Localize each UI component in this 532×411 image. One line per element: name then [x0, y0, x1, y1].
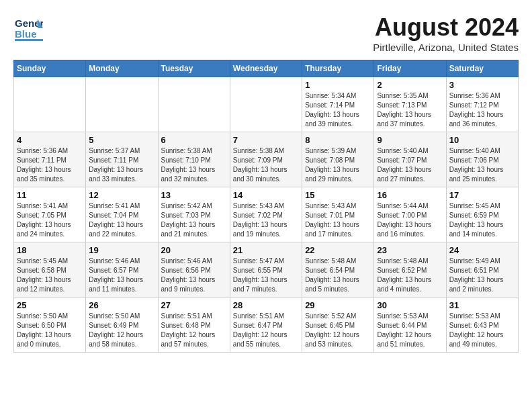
day-info: Sunrise: 5:49 AM Sunset: 6:51 PM Dayligh…	[449, 257, 515, 294]
day-info: Sunrise: 5:46 AM Sunset: 6:56 PM Dayligh…	[161, 257, 227, 294]
day-info: Sunrise: 5:36 AM Sunset: 7:11 PM Dayligh…	[17, 146, 83, 184]
calendar-day-cell	[86, 77, 158, 132]
weekday-header-thursday: Thursday	[302, 60, 374, 77]
day-number: 20	[161, 245, 227, 255]
day-number: 8	[305, 135, 371, 145]
calendar-day-cell: 22Sunrise: 5:48 AM Sunset: 6:54 PM Dayli…	[302, 242, 374, 298]
day-number: 2	[377, 80, 443, 90]
calendar-day-cell: 18Sunrise: 5:45 AM Sunset: 6:58 PM Dayli…	[14, 242, 86, 298]
calendar-day-cell: 7Sunrise: 5:38 AM Sunset: 7:09 PM Daylig…	[230, 132, 302, 187]
calendar-day-cell: 3Sunrise: 5:36 AM Sunset: 7:12 PM Daylig…	[446, 77, 518, 132]
calendar-day-cell	[14, 77, 86, 132]
calendar-day-cell: 27Sunrise: 5:51 AM Sunset: 6:48 PM Dayli…	[158, 298, 230, 353]
day-number: 27	[161, 300, 227, 310]
calendar-week-row: 18Sunrise: 5:45 AM Sunset: 6:58 PM Dayli…	[14, 242, 519, 298]
weekday-header-monday: Monday	[86, 60, 158, 77]
calendar-day-cell: 11Sunrise: 5:41 AM Sunset: 7:05 PM Dayli…	[14, 187, 86, 242]
logo-icon: General Blue	[13, 13, 43, 43]
day-number: 26	[89, 300, 154, 310]
calendar-day-cell: 29Sunrise: 5:52 AM Sunset: 6:45 PM Dayli…	[302, 298, 374, 353]
day-number: 12	[89, 190, 154, 200]
day-number: 21	[233, 245, 299, 255]
calendar-day-cell: 17Sunrise: 5:45 AM Sunset: 6:59 PM Dayli…	[446, 187, 518, 242]
day-info: Sunrise: 5:38 AM Sunset: 7:09 PM Dayligh…	[233, 146, 299, 184]
calendar-day-cell: 9Sunrise: 5:40 AM Sunset: 7:07 PM Daylig…	[374, 132, 446, 187]
calendar-week-row: 1Sunrise: 5:34 AM Sunset: 7:14 PM Daylig…	[14, 77, 519, 132]
day-number: 5	[89, 135, 154, 145]
weekday-header-sunday: Sunday	[14, 60, 86, 77]
day-info: Sunrise: 5:37 AM Sunset: 7:11 PM Dayligh…	[89, 146, 154, 184]
page-header: General Blue August 2024 Pirtleville, Ar…	[13, 13, 519, 53]
calendar-day-cell: 16Sunrise: 5:44 AM Sunset: 7:00 PM Dayli…	[374, 187, 446, 242]
calendar-day-cell: 15Sunrise: 5:43 AM Sunset: 7:01 PM Dayli…	[302, 187, 374, 242]
day-info: Sunrise: 5:51 AM Sunset: 6:48 PM Dayligh…	[161, 312, 227, 349]
day-info: Sunrise: 5:53 AM Sunset: 6:43 PM Dayligh…	[449, 312, 515, 349]
day-number: 19	[89, 245, 154, 255]
calendar-week-row: 25Sunrise: 5:50 AM Sunset: 6:50 PM Dayli…	[14, 298, 519, 353]
svg-text:Blue: Blue	[15, 28, 37, 40]
day-info: Sunrise: 5:41 AM Sunset: 7:04 PM Dayligh…	[89, 201, 154, 239]
day-number: 16	[377, 190, 443, 200]
day-info: Sunrise: 5:41 AM Sunset: 7:05 PM Dayligh…	[17, 201, 83, 239]
calendar-day-cell	[158, 77, 230, 132]
calendar-day-cell: 20Sunrise: 5:46 AM Sunset: 6:56 PM Dayli…	[158, 242, 230, 298]
calendar-day-cell: 12Sunrise: 5:41 AM Sunset: 7:04 PM Dayli…	[86, 187, 158, 242]
logo: General Blue	[13, 13, 43, 43]
weekday-header-saturday: Saturday	[446, 60, 518, 77]
day-number: 3	[449, 80, 515, 90]
day-number: 29	[305, 300, 371, 310]
day-number: 23	[377, 245, 443, 255]
calendar-day-cell: 1Sunrise: 5:34 AM Sunset: 7:14 PM Daylig…	[302, 77, 374, 132]
calendar-day-cell: 14Sunrise: 5:43 AM Sunset: 7:02 PM Dayli…	[230, 187, 302, 242]
day-info: Sunrise: 5:36 AM Sunset: 7:12 PM Dayligh…	[449, 91, 515, 129]
day-info: Sunrise: 5:45 AM Sunset: 6:59 PM Dayligh…	[449, 201, 515, 239]
calendar-table: SundayMondayTuesdayWednesdayThursdayFrid…	[13, 60, 519, 353]
day-info: Sunrise: 5:48 AM Sunset: 6:52 PM Dayligh…	[377, 257, 443, 294]
calendar-day-cell: 13Sunrise: 5:42 AM Sunset: 7:03 PM Dayli…	[158, 187, 230, 242]
calendar-day-cell: 25Sunrise: 5:50 AM Sunset: 6:50 PM Dayli…	[14, 298, 86, 353]
page-subtitle: Pirtleville, Arizona, United States	[373, 42, 519, 53]
calendar-day-cell: 6Sunrise: 5:38 AM Sunset: 7:10 PM Daylig…	[158, 132, 230, 187]
calendar-day-cell: 30Sunrise: 5:53 AM Sunset: 6:44 PM Dayli…	[374, 298, 446, 353]
day-info: Sunrise: 5:43 AM Sunset: 7:01 PM Dayligh…	[305, 201, 371, 239]
day-number: 28	[233, 300, 299, 310]
calendar-day-cell: 10Sunrise: 5:40 AM Sunset: 7:06 PM Dayli…	[446, 132, 518, 187]
calendar-day-cell: 28Sunrise: 5:51 AM Sunset: 6:47 PM Dayli…	[230, 298, 302, 353]
calendar-week-row: 4Sunrise: 5:36 AM Sunset: 7:11 PM Daylig…	[14, 132, 519, 187]
day-info: Sunrise: 5:34 AM Sunset: 7:14 PM Dayligh…	[305, 91, 371, 129]
day-info: Sunrise: 5:43 AM Sunset: 7:02 PM Dayligh…	[233, 201, 299, 239]
calendar-day-cell: 23Sunrise: 5:48 AM Sunset: 6:52 PM Dayli…	[374, 242, 446, 298]
calendar-day-cell: 31Sunrise: 5:53 AM Sunset: 6:43 PM Dayli…	[446, 298, 518, 353]
day-number: 1	[305, 80, 371, 90]
calendar-body: 1Sunrise: 5:34 AM Sunset: 7:14 PM Daylig…	[14, 77, 519, 353]
calendar-day-cell	[230, 77, 302, 132]
day-number: 14	[233, 190, 299, 200]
day-number: 18	[17, 245, 83, 255]
calendar-day-cell: 4Sunrise: 5:36 AM Sunset: 7:11 PM Daylig…	[14, 132, 86, 187]
day-info: Sunrise: 5:52 AM Sunset: 6:45 PM Dayligh…	[305, 312, 371, 349]
weekday-header-tuesday: Tuesday	[158, 60, 230, 77]
day-info: Sunrise: 5:50 AM Sunset: 6:50 PM Dayligh…	[17, 312, 83, 349]
day-info: Sunrise: 5:51 AM Sunset: 6:47 PM Dayligh…	[233, 312, 299, 349]
day-number: 30	[377, 300, 443, 310]
calendar-week-row: 11Sunrise: 5:41 AM Sunset: 7:05 PM Dayli…	[14, 187, 519, 242]
weekday-header-row: SundayMondayTuesdayWednesdayThursdayFrid…	[14, 60, 519, 77]
weekday-header-friday: Friday	[374, 60, 446, 77]
day-info: Sunrise: 5:38 AM Sunset: 7:10 PM Dayligh…	[161, 146, 227, 184]
day-number: 6	[161, 135, 227, 145]
day-info: Sunrise: 5:39 AM Sunset: 7:08 PM Dayligh…	[305, 146, 371, 184]
day-info: Sunrise: 5:53 AM Sunset: 6:44 PM Dayligh…	[377, 312, 443, 349]
calendar-day-cell: 26Sunrise: 5:50 AM Sunset: 6:49 PM Dayli…	[86, 298, 158, 353]
calendar-day-cell: 21Sunrise: 5:47 AM Sunset: 6:55 PM Dayli…	[230, 242, 302, 298]
day-info: Sunrise: 5:35 AM Sunset: 7:13 PM Dayligh…	[377, 91, 443, 129]
day-number: 11	[17, 190, 83, 200]
day-info: Sunrise: 5:44 AM Sunset: 7:00 PM Dayligh…	[377, 201, 443, 239]
calendar-day-cell: 8Sunrise: 5:39 AM Sunset: 7:08 PM Daylig…	[302, 132, 374, 187]
day-number: 7	[233, 135, 299, 145]
day-number: 15	[305, 190, 371, 200]
day-info: Sunrise: 5:40 AM Sunset: 7:06 PM Dayligh…	[449, 146, 515, 184]
day-number: 22	[305, 245, 371, 255]
calendar-day-cell: 24Sunrise: 5:49 AM Sunset: 6:51 PM Dayli…	[446, 242, 518, 298]
weekday-header-wednesday: Wednesday	[230, 60, 302, 77]
day-number: 10	[449, 135, 515, 145]
